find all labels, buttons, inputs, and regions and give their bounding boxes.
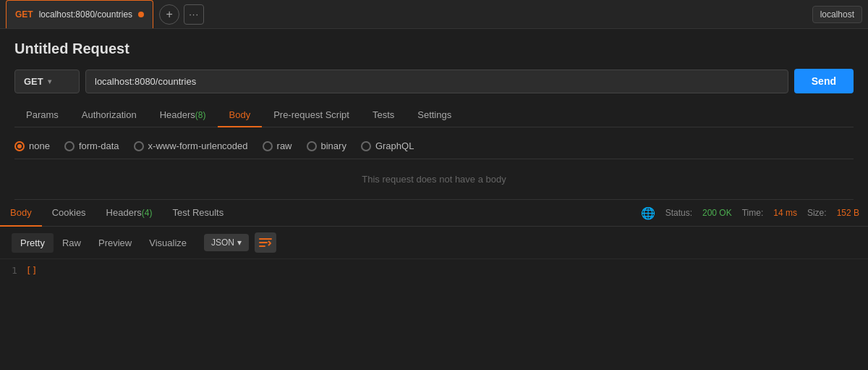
more-options-button[interactable]: ··· xyxy=(184,4,204,25)
radio-label-none: none xyxy=(29,140,50,151)
radio-label-graphql: GraphQL xyxy=(375,140,414,151)
response-tab-headers[interactable]: Headers(4) xyxy=(96,200,163,227)
format-type-value: JSON xyxy=(211,237,234,248)
method-value: GET xyxy=(24,76,43,87)
tab-actions: + ··· xyxy=(159,4,204,25)
radio-circle-form-data xyxy=(64,141,75,151)
request-title: Untitled Request xyxy=(14,41,854,57)
request-tab[interactable]: GET localhost:8080/countries xyxy=(6,0,153,28)
response-tab-test-results[interactable]: Test Results xyxy=(162,200,234,227)
size-label: Size: xyxy=(807,208,827,218)
radio-label-binary: binary xyxy=(321,140,346,151)
no-body-message: This request does not have a body xyxy=(14,159,854,200)
radio-circle-graphql xyxy=(361,141,371,151)
url-input[interactable] xyxy=(85,70,788,93)
format-tab-pretty[interactable]: Pretty xyxy=(12,233,54,253)
request-nav-tabs: Params Authorization Headers(8) Body Pre… xyxy=(14,104,854,127)
code-content: [] xyxy=(26,265,38,276)
radio-label-urlencoded: x-www-form-urlencoded xyxy=(148,140,248,151)
size-value: 152 B xyxy=(837,208,859,218)
tab-method-label: GET xyxy=(15,9,33,20)
tab-params[interactable]: Params xyxy=(14,104,70,127)
response-meta: 🌐 Status: 200 OK Time: 14 ms Size: 152 B xyxy=(641,206,868,220)
svg-rect-2 xyxy=(259,245,265,247)
format-chevron-icon: ▾ xyxy=(237,237,242,248)
radio-urlencoded[interactable]: x-www-form-urlencoded xyxy=(134,140,248,151)
tab-bar: GET localhost:8080/countries + ··· local… xyxy=(0,0,868,29)
radio-label-form-data: form-data xyxy=(79,140,119,151)
radio-circle-binary xyxy=(307,141,317,151)
radio-none[interactable]: none xyxy=(14,140,50,151)
time-value: 14 ms xyxy=(773,208,797,218)
format-tab-visualize[interactable]: Visualize xyxy=(140,233,195,253)
svg-rect-0 xyxy=(259,238,272,240)
radio-graphql[interactable]: GraphQL xyxy=(361,140,414,151)
format-type-select[interactable]: JSON ▾ xyxy=(204,234,249,251)
url-row: GET ▾ Send xyxy=(14,69,854,93)
line-numbers: 1 xyxy=(12,265,17,276)
tab-url-label: localhost:8080/countries xyxy=(39,9,132,20)
radio-raw[interactable]: raw xyxy=(263,140,292,151)
method-chevron-icon: ▾ xyxy=(48,77,51,85)
format-tab-raw[interactable]: Raw xyxy=(54,233,90,253)
time-label: Time: xyxy=(742,208,764,218)
radio-binary[interactable]: binary xyxy=(307,140,346,151)
tab-tests[interactable]: Tests xyxy=(361,104,406,127)
radio-form-data[interactable]: form-data xyxy=(64,140,119,151)
method-select[interactable]: GET ▾ xyxy=(14,70,80,93)
format-tab-preview[interactable]: Preview xyxy=(90,233,140,253)
main-content: Untitled Request GET ▾ Send Params Autho… xyxy=(0,29,868,200)
response-tab-body[interactable]: Body xyxy=(0,200,42,227)
tab-authorization[interactable]: Authorization xyxy=(70,104,148,127)
response-tabs-row: Body Cookies Headers(4) Test Results 🌐 S… xyxy=(0,200,868,227)
status-label: Status: xyxy=(665,208,692,218)
code-area: 1 [] xyxy=(0,259,868,282)
radio-circle-urlencoded xyxy=(134,141,144,151)
tab-headers[interactable]: Headers(8) xyxy=(148,104,218,127)
tab-prerequest[interactable]: Pre-request Script xyxy=(262,104,361,127)
response-content-bar: Pretty Raw Preview Visualize JSON ▾ xyxy=(0,227,868,259)
status-value: 200 OK xyxy=(702,208,732,218)
svg-rect-1 xyxy=(259,242,268,243)
send-button[interactable]: Send xyxy=(794,69,854,93)
response-section: Body Cookies Headers(4) Test Results 🌐 S… xyxy=(0,200,868,282)
line-number-1: 1 xyxy=(12,265,17,276)
globe-icon[interactable]: 🌐 xyxy=(641,206,655,220)
body-options: none form-data x-www-form-urlencoded raw… xyxy=(14,136,854,159)
tab-settings[interactable]: Settings xyxy=(406,104,463,127)
add-tab-button[interactable]: + xyxy=(159,4,179,25)
radio-label-raw: raw xyxy=(277,140,292,151)
radio-circle-raw xyxy=(263,141,273,151)
wrap-icon xyxy=(259,237,272,248)
bracket-content: [] xyxy=(26,265,38,276)
tab-body[interactable]: Body xyxy=(218,104,263,127)
response-tab-cookies[interactable]: Cookies xyxy=(42,200,96,227)
tab-modified-dot xyxy=(138,12,144,17)
radio-circle-none xyxy=(14,141,25,151)
wrap-button[interactable] xyxy=(255,232,276,253)
environment-selector[interactable]: localhost xyxy=(812,6,862,23)
